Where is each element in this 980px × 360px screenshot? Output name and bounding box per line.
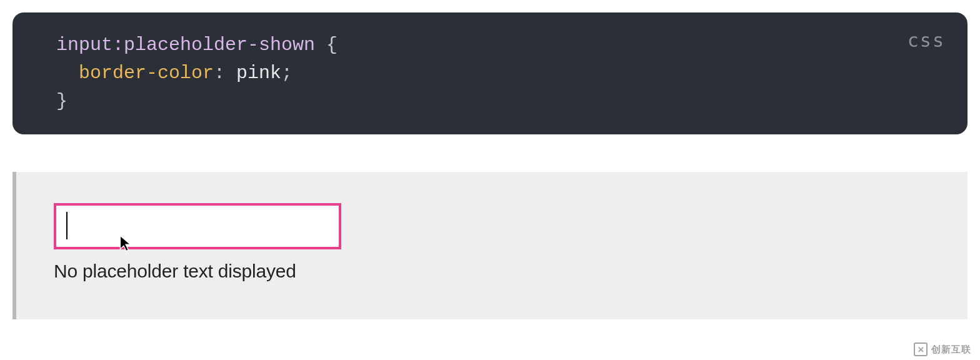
- watermark-icon: ✕: [914, 342, 928, 356]
- token-open-brace: {: [315, 34, 338, 56]
- example-block: No placeholder text displayed: [12, 172, 968, 319]
- demo-input[interactable]: [54, 203, 341, 249]
- watermark: ✕ 创新互联: [914, 342, 971, 356]
- token-value: pink: [236, 62, 281, 84]
- token-property: border-color: [79, 62, 214, 84]
- code-block: css input:placeholder-shown { border-col…: [12, 12, 968, 134]
- token-selector: input: [56, 34, 112, 56]
- code-line-2: border-color: pink;: [56, 59, 924, 88]
- code-line-1: input:placeholder-shown {: [56, 31, 924, 59]
- language-label: css: [908, 26, 945, 54]
- token-colon: :: [214, 62, 236, 84]
- token-semicolon: ;: [281, 62, 292, 84]
- example-caption: No placeholder text displayed: [54, 261, 930, 282]
- watermark-text: 创新互联: [931, 344, 971, 356]
- token-close-brace: }: [56, 91, 68, 112]
- input-wrapper: [54, 203, 341, 249]
- code-line-3: }: [56, 88, 924, 116]
- token-pseudo: :placeholder-shown: [112, 34, 315, 56]
- text-caret: [66, 212, 68, 239]
